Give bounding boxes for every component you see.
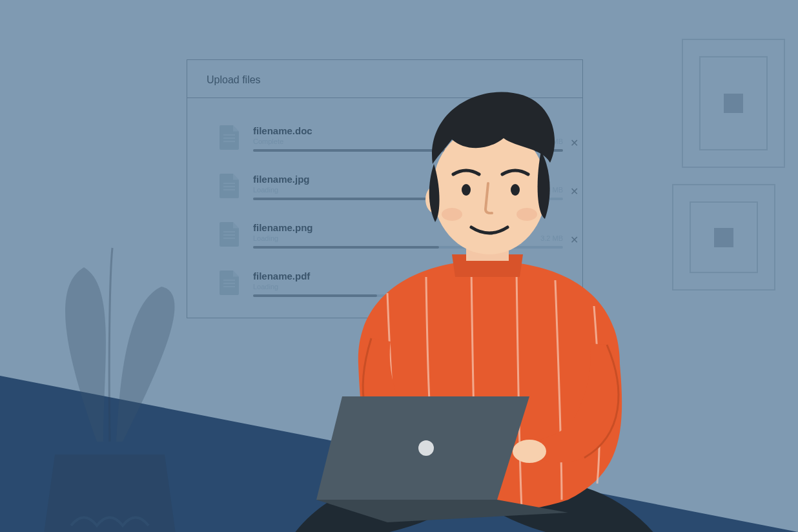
- svg-point-4: [511, 184, 520, 196]
- svg-point-5: [442, 208, 462, 221]
- svg-point-9: [418, 440, 434, 456]
- document-icon: [220, 125, 239, 150]
- person-illustration: [258, 87, 710, 532]
- document-icon: [220, 271, 239, 295]
- svg-point-3: [462, 184, 471, 196]
- document-icon: [220, 174, 239, 198]
- illustration-scene: Upload files filename.doc Complete 3 MB …: [0, 0, 798, 532]
- document-icon: [220, 222, 239, 247]
- svg-point-6: [517, 208, 537, 221]
- svg-point-8: [513, 440, 546, 463]
